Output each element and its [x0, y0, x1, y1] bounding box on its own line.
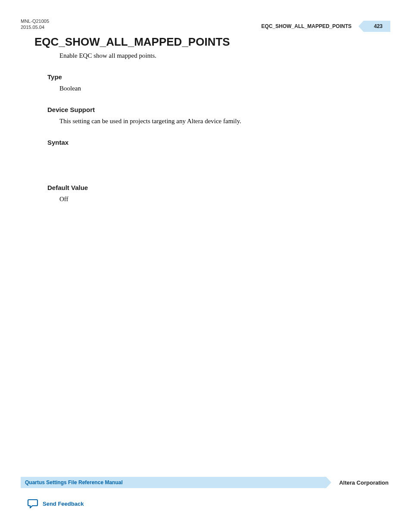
footer-bar-left: Quartus Settings File Reference Manual — [21, 477, 326, 488]
doc-id: MNL-Q21005 — [21, 18, 49, 24]
doc-date: 2015.05.04 — [21, 24, 49, 30]
section-body-device-support: This setting can be used in projects tar… — [59, 117, 379, 126]
footer-corporation: Altera Corporation — [339, 479, 390, 486]
header-right: EQC_SHOW_ALL_MAPPED_POINTS 423 — [262, 21, 390, 32]
section-heading-type: Type — [47, 73, 379, 81]
page-description: Enable EQC show all mapped points. — [59, 51, 379, 60]
footer-bar: Quartus Settings File Reference Manual A… — [21, 477, 390, 488]
header-meta: MNL-Q21005 2015.05.04 — [21, 18, 49, 31]
section-heading-device-support: Device Support — [47, 106, 379, 113]
page-number-badge: 423 — [364, 21, 390, 32]
send-feedback-label: Send Feedback — [43, 501, 84, 507]
syntax-empty-area — [34, 149, 379, 184]
header-section-title: EQC_SHOW_ALL_MAPPED_POINTS — [262, 23, 364, 29]
page-title: EQC_SHOW_ALL_MAPPED_POINTS — [34, 35, 379, 49]
send-feedback-link[interactable]: Send Feedback — [27, 499, 84, 508]
main-content: EQC_SHOW_ALL_MAPPED_POINTS Enable EQC sh… — [34, 35, 379, 217]
section-body-type: Boolean — [59, 84, 379, 93]
speech-bubble-icon — [27, 499, 38, 508]
footer-manual-title[interactable]: Quartus Settings File Reference Manual — [25, 479, 123, 485]
section-heading-syntax: Syntax — [47, 139, 379, 146]
section-body-default-value: Off — [59, 195, 379, 204]
section-heading-default-value: Default Value — [47, 184, 379, 191]
